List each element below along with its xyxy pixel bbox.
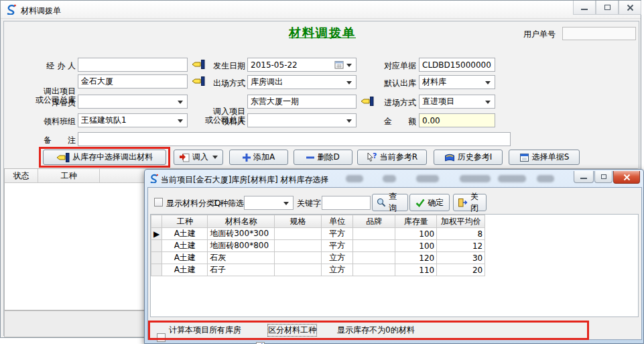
trade-filter-label: 工种筛选	[212, 198, 244, 209]
trade-filter-select[interactable]	[244, 196, 294, 210]
app-logo-icon	[6, 4, 17, 15]
cell-price[interactable]: 30	[437, 252, 485, 264]
cursor-question-icon: ?	[367, 152, 377, 162]
operator-input[interactable]	[78, 58, 188, 72]
cell-brand[interactable]	[353, 240, 395, 252]
column-header[interactable]: 品牌	[353, 215, 395, 228]
cell-stock[interactable]: 110	[395, 264, 437, 276]
cell-price[interactable]: 8	[437, 228, 485, 240]
cell-trade[interactable]: A土建	[162, 240, 208, 252]
cell-unit[interactable]: 立方	[322, 264, 353, 276]
cell-unit[interactable]: 平方	[322, 228, 353, 240]
dialog-client-area: 显示材料分类Q 工种筛选 关键字 查询 确定	[147, 187, 642, 340]
dropdown-arrow-icon	[283, 202, 289, 208]
in-mode-select[interactable]: 直进项目	[419, 95, 495, 109]
stock-grid: 工种 材料名称 规格 单位 品牌 库存量 加权平均价 ▶ A土建 地面砖300*…	[150, 214, 639, 317]
delete-button[interactable]: 删除D	[294, 150, 352, 165]
dialog-minimize-button[interactable]	[574, 171, 594, 183]
keyword-input[interactable]	[322, 196, 371, 210]
keeper-label: 库管员	[27, 97, 76, 109]
cell-unit[interactable]: 平方	[322, 240, 353, 252]
table-row[interactable]: ▶ A土建 地面砖300*300 平方 100 8	[151, 228, 485, 240]
select-doc-button[interactable]: 选择单据S	[509, 150, 580, 165]
amount-input[interactable]	[419, 113, 495, 127]
cell-material[interactable]: 地面砖800*800	[208, 240, 275, 252]
dropdown-arrow-icon	[212, 156, 218, 162]
cell-stock[interactable]: 100	[395, 228, 437, 240]
table-row[interactable]: A土建 石灰 立方 120 30	[151, 252, 485, 264]
maximize-button[interactable]	[596, 1, 619, 15]
cell-brand[interactable]	[353, 252, 395, 264]
cell-material[interactable]: 石灰	[208, 252, 275, 264]
out-project-label: 调出项目或公司总库	[19, 70, 76, 122]
column-header[interactable]: 规格	[275, 215, 322, 228]
history-ref-button[interactable]: 历史参考I	[434, 150, 503, 165]
cell-unit[interactable]: 立方	[322, 252, 353, 264]
transfer-in-button[interactable]: 调入	[174, 150, 223, 165]
cell-trade[interactable]: A土建	[162, 252, 208, 264]
current-ref-button[interactable]: ? 当前参考R	[357, 150, 427, 165]
in-project-input[interactable]	[247, 95, 357, 109]
remark-input[interactable]	[78, 132, 511, 146]
row-selector	[151, 264, 162, 276]
svg-text:?: ?	[373, 152, 377, 160]
cell-stock[interactable]: 100	[395, 240, 437, 252]
page-title: 材料调拨单	[229, 25, 416, 41]
column-header-status[interactable]: 状态	[5, 169, 38, 182]
keeper-select[interactable]	[78, 95, 188, 109]
date-picker[interactable]: 2015-05-22	[247, 58, 357, 72]
cell-spec[interactable]	[275, 240, 322, 252]
cell-material[interactable]: 石子	[208, 264, 275, 276]
glass-smudge	[346, 175, 363, 182]
user-no-input[interactable]	[562, 27, 636, 40]
close-dialog-button[interactable]: 关闭	[453, 194, 487, 211]
out-mode-select[interactable]: 库房调出	[247, 75, 357, 89]
hand-picker-icon[interactable]	[192, 76, 205, 86]
cell-price[interactable]: 12	[437, 240, 485, 252]
add-button[interactable]: 添加A	[229, 150, 288, 165]
table-row[interactable]: A土建 石子 立方 110 20	[151, 264, 485, 276]
cell-spec[interactable]	[275, 252, 322, 264]
show-category-checkbox[interactable]	[154, 198, 163, 207]
dialog-maximize-button[interactable]	[594, 171, 613, 183]
dropdown-arrow-icon	[178, 119, 183, 125]
out-project-input[interactable]	[78, 74, 188, 89]
stock-select-dialog: 当前项目[金石大厦]库房[材料库] 材料库存选择 显示材料分类Q 工种筛选 关键…	[144, 169, 644, 344]
table-row[interactable]: A土建 地面砖800*800 平方 100 12	[151, 240, 485, 252]
minimize-button[interactable]	[573, 1, 596, 15]
cell-material[interactable]: 地面砖300*300	[208, 228, 275, 240]
dialog-close-button[interactable]	[613, 171, 640, 184]
cell-stock[interactable]: 120	[395, 252, 437, 264]
main-window-title: 材料调拨单	[21, 5, 61, 17]
hand-picker-icon[interactable]	[192, 60, 205, 69]
cell-trade[interactable]: A土建	[162, 228, 208, 240]
hand-picker-icon[interactable]	[361, 97, 374, 106]
cell-brand[interactable]	[353, 228, 395, 240]
ok-button[interactable]: 确定	[409, 194, 450, 211]
column-header[interactable]: 加权平均价	[437, 215, 485, 228]
row-selector	[151, 240, 162, 252]
search-button[interactable]: 查询	[372, 194, 408, 211]
glass-smudge	[460, 175, 491, 182]
annotation-highlight-select-stock	[39, 147, 170, 168]
default-store-select[interactable]: 材料库	[419, 75, 495, 89]
column-header[interactable]: 材料名称	[208, 215, 275, 228]
cell-price[interactable]: 20	[437, 264, 485, 276]
dropdown-arrow-icon	[346, 119, 352, 125]
close-button[interactable]	[619, 1, 641, 15]
keyword-label: 关键字	[297, 198, 321, 209]
out-mode-label: 出场方式	[205, 78, 245, 89]
cell-trade[interactable]: A土建	[162, 264, 208, 276]
column-header[interactable]: 工种	[162, 215, 208, 228]
column-header[interactable]: 单位	[322, 215, 353, 228]
cell-spec[interactable]	[275, 228, 322, 240]
glass-smudge	[537, 175, 554, 182]
cell-spec[interactable]	[275, 264, 322, 276]
column-header[interactable]: 库存量	[395, 215, 437, 228]
doc-input[interactable]	[419, 58, 495, 72]
column-header-trade[interactable]: 工种	[38, 169, 100, 182]
picker-select[interactable]	[247, 113, 357, 127]
book-icon	[444, 153, 455, 162]
cell-brand[interactable]	[353, 264, 395, 276]
team-select[interactable]: 王猛建筑队1	[78, 113, 188, 127]
